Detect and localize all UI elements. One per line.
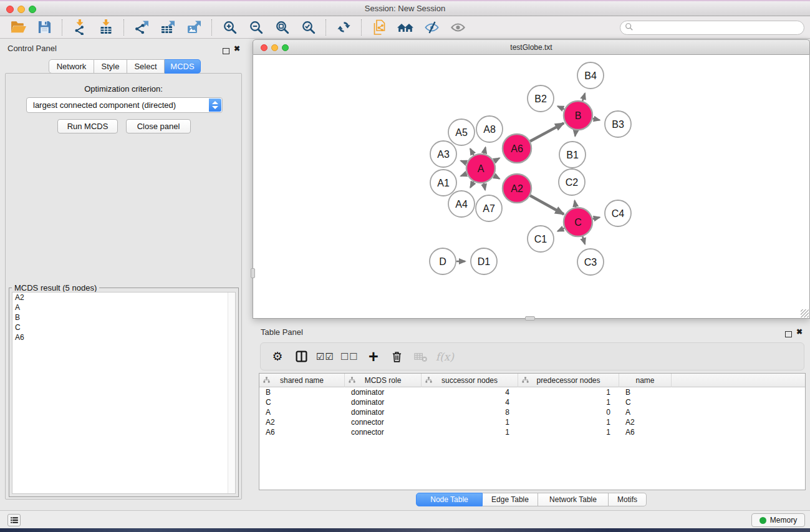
export-table-icon[interactable] (155, 18, 181, 37)
control-panel-float-icon[interactable] (223, 46, 229, 57)
tab-style[interactable]: Style (94, 59, 127, 74)
network-window-titlebar[interactable]: testGlobe.txt (253, 39, 810, 55)
graph-node-B3[interactable]: B3 (605, 111, 631, 137)
mcds-result-item[interactable]: C (12, 322, 235, 332)
graph-edge-C-C2[interactable] (575, 201, 576, 208)
zoom-out-icon[interactable] (243, 18, 269, 37)
graph-node-B[interactable]: B (564, 101, 592, 130)
graph-node-D1[interactable]: D1 (471, 248, 497, 274)
import-table-icon[interactable] (93, 18, 119, 37)
deselect-all-icon[interactable]: ☐☐ (339, 347, 360, 367)
run-mcds-button[interactable]: Run MCDS (57, 119, 118, 133)
close-panel-button[interactable]: Close panel (126, 119, 191, 133)
mcds-result-item[interactable]: B (12, 312, 235, 322)
column-header-MCDS-role[interactable]: MCDS role (345, 374, 422, 387)
graph-node-B4[interactable]: B4 (577, 62, 604, 89)
graph-edge-A6-B[interactable] (530, 123, 564, 141)
tab-motifs[interactable]: Motifs (609, 493, 647, 506)
graph-edge-A-A7[interactable] (484, 183, 485, 190)
tab-network[interactable]: Network (49, 59, 94, 74)
show-all-icon[interactable] (445, 18, 471, 37)
select-all-icon[interactable]: ☑☑ (314, 347, 336, 367)
refresh-layout-icon[interactable] (330, 18, 357, 37)
graph-node-A8[interactable]: A8 (476, 116, 503, 142)
memory-button[interactable]: Memory (751, 513, 805, 527)
graph-node-A[interactable]: A (466, 154, 495, 183)
graph-edge-B-B1[interactable] (575, 130, 576, 137)
window-resize-grip[interactable] (801, 309, 809, 317)
open-session-icon[interactable] (5, 18, 31, 37)
mcds-result-scrollbar[interactable] (228, 293, 235, 493)
column-header-predecessor-nodes[interactable]: predecessor nodes (518, 374, 619, 387)
delete-row-icon[interactable] (387, 347, 408, 367)
mcds-result-item[interactable]: A6 (12, 332, 235, 342)
export-image-icon[interactable] (181, 18, 207, 37)
graph-node-C1[interactable]: C1 (528, 226, 554, 252)
settings-icon[interactable]: ⚙ (267, 347, 288, 367)
hide-selected-icon[interactable] (418, 18, 445, 37)
save-session-icon[interactable] (31, 18, 57, 37)
graph-edge-A-A3[interactable] (461, 161, 467, 163)
tab-mcds[interactable]: MCDS (165, 59, 201, 74)
columns-icon[interactable] (291, 347, 312, 367)
graph-node-C3[interactable]: C3 (577, 249, 604, 275)
graph-edge-B-B3[interactable] (592, 118, 599, 120)
graph-node-C2[interactable]: C2 (559, 169, 585, 195)
graph-edge-A-A2[interactable] (494, 176, 499, 179)
table-panel-close-icon[interactable]: ✖ (796, 327, 803, 336)
mcds-result-list[interactable]: A2ABCA6 (12, 292, 236, 494)
table-row[interactable]: A2connector11A2 (259, 417, 805, 427)
table-row[interactable]: Bdominator41B (259, 387, 805, 397)
panel-splitter-handle-left[interactable] (251, 268, 255, 278)
graph-node-A6[interactable]: A6 (503, 134, 531, 163)
graph-edge-A-A5[interactable] (470, 148, 474, 155)
graph-edge-C-C4[interactable] (592, 217, 599, 218)
panel-splitter-handle-bottom[interactable] (525, 316, 535, 321)
graph-edge-A-A1[interactable] (461, 174, 467, 177)
search-field[interactable] (620, 21, 804, 35)
table-row[interactable]: Adominator80A (259, 407, 805, 417)
graph-node-A4[interactable]: A4 (448, 191, 475, 217)
graph-edge-A-A4[interactable] (470, 181, 473, 188)
column-header-successor-nodes[interactable]: successor nodes (422, 374, 518, 387)
graph-edge-C-C3[interactable] (582, 236, 585, 244)
graph-edge-B-B4[interactable] (582, 94, 585, 101)
new-network-from-selection-icon[interactable] (366, 18, 392, 37)
tab-select[interactable]: Select (127, 59, 165, 74)
tab-node-table[interactable]: Node Table (416, 493, 483, 506)
graph-node-A1[interactable]: A1 (430, 170, 456, 196)
table-row[interactable]: A6connector11A6 (259, 427, 805, 437)
search-input[interactable] (634, 22, 804, 34)
zoom-in-icon[interactable] (216, 18, 243, 37)
optimization-criterion-dropdown[interactable]: largest connected component (directed) (26, 97, 223, 113)
column-header-shared-name[interactable]: shared name (259, 374, 345, 387)
graph-node-D[interactable]: D (430, 248, 456, 274)
task-history-button[interactable] (7, 514, 21, 526)
table-panel-float-icon[interactable] (785, 329, 792, 340)
zoom-selected-icon[interactable] (295, 18, 321, 37)
table-row[interactable]: Cdominator41C (259, 397, 805, 407)
export-network-icon[interactable] (128, 18, 155, 37)
graph-node-C4[interactable]: C4 (605, 200, 631, 226)
add-row-icon[interactable]: + (363, 347, 384, 367)
mcds-result-item[interactable]: A2 (12, 293, 235, 302)
import-network-icon[interactable] (67, 18, 93, 37)
graph-node-B1[interactable]: B1 (559, 142, 586, 168)
graph-edge-A-A8[interactable] (484, 147, 485, 153)
graph-node-A3[interactable]: A3 (430, 141, 456, 167)
graph-edge-A2-C[interactable] (530, 196, 564, 215)
graph-node-A5[interactable]: A5 (448, 119, 475, 145)
graph-edge-C-C1[interactable] (557, 228, 564, 231)
graph-edge-A-A6[interactable] (494, 158, 499, 161)
tab-edge-table[interactable]: Edge Table (483, 493, 538, 506)
column-header-name[interactable]: name (619, 374, 672, 387)
mcds-result-item[interactable]: A (12, 302, 235, 312)
graph-edge-B-B2[interactable] (557, 106, 564, 109)
graph-node-B2[interactable]: B2 (528, 85, 554, 112)
graph-node-A2[interactable]: A2 (503, 174, 531, 203)
tab-network-table[interactable]: Network Table (538, 493, 609, 506)
first-neighbors-icon[interactable] (392, 18, 418, 37)
zoom-fit-icon[interactable] (269, 18, 295, 37)
control-panel-close-icon[interactable]: ✖ (234, 44, 240, 53)
graph-node-C[interactable]: C (564, 208, 592, 236)
